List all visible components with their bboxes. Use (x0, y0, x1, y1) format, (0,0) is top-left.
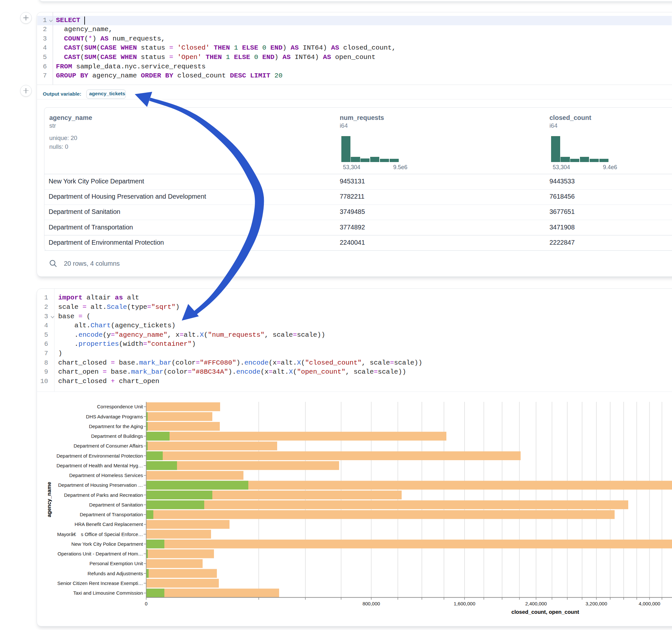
svg-text:Operations Unit - Department o: Operations Unit - Department of Hom… (58, 551, 143, 556)
svg-text:1,600,000: 1,600,000 (454, 601, 476, 606)
svg-text:Taxi and Limousine Commission: Taxi and Limousine Commission (73, 590, 143, 596)
svg-text:Senior Citizen Rent Increase E: Senior Citizen Rent Increase Exempti… (57, 580, 143, 586)
svg-text:Mayorâ€ s Office of Special En: Mayorâ€ s Office of Special Enforce… (57, 532, 143, 537)
svg-text:Department of Transportation: Department of Transportation (80, 512, 143, 517)
svg-text:HRA Benefit Card Replacement: HRA Benefit Card Replacement (75, 522, 143, 527)
svg-text:Personal Exemption Unit: Personal Exemption Unit (90, 561, 143, 566)
svg-text:Department of Sanitation: Department of Sanitation (89, 502, 143, 508)
svg-text:Department of Consumer Affairs: Department of Consumer Affairs (74, 443, 143, 449)
svg-text:Department of Buildings: Department of Buildings (91, 433, 143, 439)
svg-text:3,200,000: 3,200,000 (585, 601, 607, 606)
svg-text:Department for the Aging: Department for the Aging (89, 423, 143, 429)
svg-text:closed_count, open_count: closed_count, open_count (511, 609, 579, 615)
svg-text:Department of Housing Preserva: Department of Housing Preservation … (58, 482, 143, 488)
svg-text:800,000: 800,000 (362, 601, 380, 606)
svg-text:Department of Parks and Recrea: Department of Parks and Recreation (64, 492, 143, 498)
svg-text:agency_name: agency_name (46, 482, 52, 517)
svg-text:0: 0 (145, 601, 147, 606)
svg-text:4,000,000: 4,000,000 (639, 601, 660, 606)
svg-text:2,400,000: 2,400,000 (525, 601, 547, 606)
svg-text:Department of Health and Menta: Department of Health and Mental Hyg… (56, 463, 143, 468)
svg-text:New York City Police Departmen: New York City Police Department (71, 541, 143, 547)
svg-text:Correspondence Unit: Correspondence Unit (97, 404, 143, 409)
svg-text:Refunds and Adjustments: Refunds and Adjustments (88, 571, 143, 576)
svg-text:Department of Environmental Pr: Department of Environmental Protection (56, 453, 143, 459)
svg-text:DHS Advantage Programs: DHS Advantage Programs (86, 414, 143, 419)
svg-text:Department of Homeless Service: Department of Homeless Services (69, 472, 143, 478)
